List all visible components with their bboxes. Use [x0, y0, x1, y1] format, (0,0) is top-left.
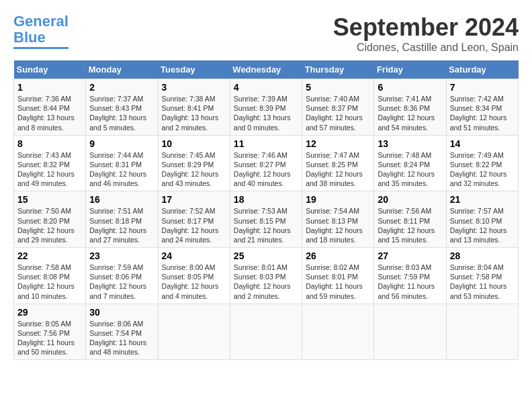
- day-info: Sunrise: 8:03 AM Sunset: 7:59 PM Dayligh…: [378, 263, 442, 301]
- day-info: Sunrise: 7:54 AM Sunset: 8:13 PM Dayligh…: [306, 206, 370, 244]
- day-info: Sunrise: 8:00 AM Sunset: 8:05 PM Dayligh…: [162, 263, 226, 301]
- calendar-cell: 15Sunrise: 7:50 AM Sunset: 8:20 PM Dayli…: [14, 191, 86, 248]
- day-number: 6: [378, 82, 442, 93]
- calendar-body: 1Sunrise: 7:36 AM Sunset: 8:44 PM Daylig…: [14, 79, 519, 360]
- calendar-cell: 10Sunrise: 7:45 AM Sunset: 8:29 PM Dayli…: [158, 135, 230, 191]
- calendar-cell: [302, 304, 374, 360]
- day-info: Sunrise: 7:43 AM Sunset: 8:32 PM Dayligh…: [17, 150, 82, 189]
- day-info: Sunrise: 7:48 AM Sunset: 8:24 PM Dayligh…: [378, 150, 442, 189]
- calendar-cell: 16Sunrise: 7:51 AM Sunset: 8:18 PM Dayli…: [86, 191, 158, 248]
- day-info: Sunrise: 7:36 AM Sunset: 8:44 PM Dayligh…: [17, 94, 82, 132]
- day-info: Sunrise: 7:58 AM Sunset: 8:08 PM Dayligh…: [17, 263, 82, 301]
- day-info: Sunrise: 8:02 AM Sunset: 8:01 PM Dayligh…: [306, 263, 370, 301]
- day-number: 28: [450, 250, 515, 261]
- day-info: Sunrise: 7:49 AM Sunset: 8:22 PM Dayligh…: [450, 150, 515, 189]
- calendar-cell: 2Sunrise: 7:37 AM Sunset: 8:43 PM Daylig…: [86, 79, 158, 136]
- logo-underline: [13, 47, 69, 49]
- day-number: 14: [450, 138, 515, 149]
- calendar-cell: 27Sunrise: 8:03 AM Sunset: 7:59 PM Dayli…: [374, 248, 446, 304]
- location-title: Cidones, Castille and Leon, Spain: [333, 42, 519, 54]
- day-number: 30: [89, 307, 154, 318]
- day-number: 15: [17, 194, 82, 205]
- logo-blue: Blue: [13, 29, 46, 46]
- calendar-cell: 26Sunrise: 8:02 AM Sunset: 8:01 PM Dayli…: [302, 248, 374, 304]
- day-number: 20: [378, 194, 442, 205]
- calendar-cell: 13Sunrise: 7:48 AM Sunset: 8:24 PM Dayli…: [374, 135, 446, 191]
- calendar-cell: 21Sunrise: 7:57 AM Sunset: 8:10 PM Dayli…: [446, 191, 518, 248]
- day-info: Sunrise: 7:42 AM Sunset: 8:34 PM Dayligh…: [450, 94, 515, 132]
- weekday-tuesday: Tuesday: [158, 60, 230, 79]
- title-section: September 2024 Cidones, Castille and Leo…: [333, 13, 519, 54]
- week-row-1: 1Sunrise: 7:36 AM Sunset: 8:44 PM Daylig…: [14, 79, 519, 136]
- calendar-cell: 3Sunrise: 7:38 AM Sunset: 8:41 PM Daylig…: [158, 79, 230, 136]
- day-info: Sunrise: 8:05 AM Sunset: 7:56 PM Dayligh…: [17, 319, 82, 357]
- calendar-cell: 5Sunrise: 7:40 AM Sunset: 8:37 PM Daylig…: [302, 79, 374, 136]
- day-info: Sunrise: 7:57 AM Sunset: 8:10 PM Dayligh…: [450, 206, 515, 244]
- day-info: Sunrise: 7:52 AM Sunset: 8:17 PM Dayligh…: [162, 206, 226, 244]
- day-info: Sunrise: 7:56 AM Sunset: 8:11 PM Dayligh…: [378, 206, 442, 244]
- day-info: Sunrise: 7:50 AM Sunset: 8:20 PM Dayligh…: [17, 206, 82, 244]
- day-info: Sunrise: 7:44 AM Sunset: 8:31 PM Dayligh…: [89, 150, 154, 189]
- calendar-cell: 19Sunrise: 7:54 AM Sunset: 8:13 PM Dayli…: [302, 191, 374, 248]
- month-title: September 2024: [333, 13, 519, 42]
- day-info: Sunrise: 8:01 AM Sunset: 8:03 PM Dayligh…: [234, 263, 298, 301]
- calendar-cell: 30Sunrise: 8:06 AM Sunset: 7:54 PM Dayli…: [86, 304, 158, 360]
- day-number: 9: [89, 138, 154, 149]
- calendar-cell: 17Sunrise: 7:52 AM Sunset: 8:17 PM Dayli…: [158, 191, 230, 248]
- day-number: 21: [450, 194, 515, 205]
- day-number: 13: [378, 138, 442, 149]
- day-number: 1: [17, 82, 82, 93]
- day-number: 10: [162, 138, 226, 149]
- calendar-cell: 8Sunrise: 7:43 AM Sunset: 8:32 PM Daylig…: [14, 135, 86, 191]
- day-info: Sunrise: 7:37 AM Sunset: 8:43 PM Dayligh…: [89, 94, 154, 132]
- calendar-cell: 25Sunrise: 8:01 AM Sunset: 8:03 PM Dayli…: [230, 248, 302, 304]
- logo-text: General Blue: [13, 13, 69, 46]
- day-info: Sunrise: 7:40 AM Sunset: 8:37 PM Dayligh…: [306, 94, 370, 132]
- calendar-cell: 20Sunrise: 7:56 AM Sunset: 8:11 PM Dayli…: [374, 191, 446, 248]
- calendar-cell: 1Sunrise: 7:36 AM Sunset: 8:44 PM Daylig…: [14, 79, 86, 136]
- calendar-cell: 9Sunrise: 7:44 AM Sunset: 8:31 PM Daylig…: [86, 135, 158, 191]
- day-number: 11: [234, 138, 298, 149]
- logo-general: General: [13, 13, 69, 30]
- week-row-2: 8Sunrise: 7:43 AM Sunset: 8:32 PM Daylig…: [14, 135, 519, 191]
- day-number: 16: [89, 194, 154, 205]
- calendar-cell: 14Sunrise: 7:49 AM Sunset: 8:22 PM Dayli…: [446, 135, 518, 191]
- calendar-cell: 18Sunrise: 7:53 AM Sunset: 8:15 PM Dayli…: [230, 191, 302, 248]
- calendar-cell: 12Sunrise: 7:47 AM Sunset: 8:25 PM Dayli…: [302, 135, 374, 191]
- calendar-cell: 29Sunrise: 8:05 AM Sunset: 7:56 PM Dayli…: [14, 304, 86, 360]
- header: General Blue September 2024 Cidones, Cas…: [13, 13, 519, 54]
- day-info: Sunrise: 7:59 AM Sunset: 8:06 PM Dayligh…: [89, 263, 154, 301]
- day-info: Sunrise: 7:45 AM Sunset: 8:29 PM Dayligh…: [162, 150, 226, 189]
- day-info: Sunrise: 7:41 AM Sunset: 8:36 PM Dayligh…: [378, 94, 442, 132]
- weekday-thursday: Thursday: [302, 60, 374, 79]
- calendar-cell: [446, 304, 518, 360]
- day-number: 4: [234, 82, 298, 93]
- day-info: Sunrise: 8:04 AM Sunset: 7:58 PM Dayligh…: [450, 263, 515, 301]
- calendar-cell: 4Sunrise: 7:39 AM Sunset: 8:39 PM Daylig…: [230, 79, 302, 136]
- day-info: Sunrise: 7:53 AM Sunset: 8:15 PM Dayligh…: [234, 206, 298, 244]
- calendar-cell: 11Sunrise: 7:46 AM Sunset: 8:27 PM Dayli…: [230, 135, 302, 191]
- calendar-cell: [158, 304, 230, 360]
- day-info: Sunrise: 8:06 AM Sunset: 7:54 PM Dayligh…: [89, 319, 154, 357]
- day-number: 23: [89, 250, 154, 261]
- day-number: 25: [234, 250, 298, 261]
- calendar-cell: 23Sunrise: 7:59 AM Sunset: 8:06 PM Dayli…: [86, 248, 158, 304]
- weekday-wednesday: Wednesday: [230, 60, 302, 79]
- day-number: 17: [162, 194, 226, 205]
- day-info: Sunrise: 7:51 AM Sunset: 8:18 PM Dayligh…: [89, 206, 154, 244]
- calendar-cell: 7Sunrise: 7:42 AM Sunset: 8:34 PM Daylig…: [446, 79, 518, 136]
- calendar-header: SundayMondayTuesdayWednesdayThursdayFrid…: [14, 60, 519, 79]
- day-info: Sunrise: 7:46 AM Sunset: 8:27 PM Dayligh…: [234, 150, 298, 189]
- weekday-saturday: Saturday: [446, 60, 518, 79]
- calendar-cell: [374, 304, 446, 360]
- calendar-cell: 6Sunrise: 7:41 AM Sunset: 8:36 PM Daylig…: [374, 79, 446, 136]
- day-info: Sunrise: 7:38 AM Sunset: 8:41 PM Dayligh…: [162, 94, 226, 132]
- weekday-header-row: SundayMondayTuesdayWednesdayThursdayFrid…: [14, 60, 519, 79]
- weekday-monday: Monday: [86, 60, 158, 79]
- day-number: 18: [234, 194, 298, 205]
- day-number: 2: [89, 82, 154, 93]
- calendar-cell: 22Sunrise: 7:58 AM Sunset: 8:08 PM Dayli…: [14, 248, 86, 304]
- day-number: 8: [17, 138, 82, 149]
- day-info: Sunrise: 7:47 AM Sunset: 8:25 PM Dayligh…: [306, 150, 370, 189]
- day-number: 7: [450, 82, 515, 93]
